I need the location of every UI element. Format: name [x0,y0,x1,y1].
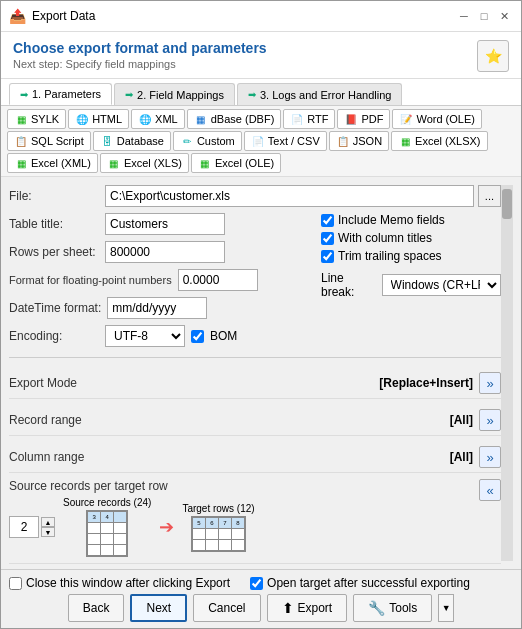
float-format-input[interactable] [178,269,258,291]
float-format-row: Format for floating-point numbers [9,269,313,291]
tab-arrow-2: ➡ [125,89,133,100]
bom-checkbox[interactable] [191,330,204,343]
cancel-button[interactable]: Cancel [193,594,260,622]
bottom-bar: Close this window after clicking Export … [1,569,521,628]
tgrid-h2: 6 [206,518,218,528]
tool-pdf[interactable]: 📕 PDF [337,109,390,129]
sql-icon: 📋 [14,134,28,148]
tool-xml[interactable]: 🌐 XML [131,109,185,129]
tgrid-r2c3 [219,540,231,550]
rtf-icon: 📄 [290,112,304,126]
back-button[interactable]: Back [68,594,125,622]
left-column: Table title: Rows per sheet: Format for … [9,213,313,347]
trim-trailing-checkbox[interactable] [321,250,334,263]
tab-label-2: 2. Field Mappings [137,89,224,101]
record-range-expand-button[interactable]: » [479,409,501,431]
grid-cell-h3 [114,512,126,522]
include-memo-checkbox[interactable] [321,214,334,227]
tabs-bar: ➡ 1. Parameters ➡ 2. Field Mappings ➡ 3.… [1,79,521,106]
source-target-header: Source records per target row [9,479,255,493]
tool-excel-xls[interactable]: ▦ Excel (XLS) [100,153,189,173]
export-button[interactable]: ⬆ Export [267,594,348,622]
tools-dropdown-arrow[interactable]: ▼ [438,594,454,622]
spinner-arrows: ▲ ▼ [41,517,55,537]
table-title-label: Table title: [9,217,99,231]
tool-excel-ole[interactable]: ▦ Excel (OLE) [191,153,281,173]
sylk-label: SYLK [31,113,59,125]
minimize-button[interactable]: ─ [455,7,473,25]
tool-html[interactable]: 🌐 HTML [68,109,129,129]
toolbar: ▦ SYLK 🌐 HTML 🌐 XML ▦ dBase (DBF) 📄 RTF … [1,106,521,177]
custom-icon: ✏ [180,134,194,148]
sql-label: SQL Script [31,135,84,147]
close-after-export-checkbox[interactable] [9,577,22,590]
title-bar: 📤 Export Data ─ □ ✕ [1,1,521,32]
tool-excel-xlsx[interactable]: ▦ Excel (XLSX) [391,131,487,151]
source-target-section: Source records per target row ▲ ▼ [9,479,501,564]
open-target-row: Open target after successful exporting [250,576,470,590]
tab-field-mappings[interactable]: ➡ 2. Field Mappings [114,83,235,105]
grid-cell-r2c1 [88,534,100,544]
spinner-up-button[interactable]: ▲ [41,517,55,527]
next-button[interactable]: Next [130,594,187,622]
tool-text-csv[interactable]: 📄 Text / CSV [244,131,327,151]
dbase-label: dBase (DBF) [211,113,275,125]
tool-dbase[interactable]: ▦ dBase (DBF) [187,109,282,129]
tab-parameters[interactable]: ➡ 1. Parameters [9,83,112,105]
tool-excel-xml[interactable]: ▦ Excel (XML) [7,153,98,173]
tool-custom[interactable]: ✏ Custom [173,131,242,151]
source-target-collapse-button[interactable]: « [479,479,501,501]
maximize-button[interactable]: □ [475,7,493,25]
sylk-icon: ▦ [14,112,28,126]
pdf-label: PDF [361,113,383,125]
spinner-input[interactable] [9,516,39,538]
close-button[interactable]: ✕ [495,7,513,25]
encoding-select[interactable]: UTF-8 UTF-16 ASCII [105,325,185,347]
cancel-label: Cancel [208,601,245,615]
custom-label: Custom [197,135,235,147]
tool-sylk[interactable]: ▦ SYLK [7,109,66,129]
export-mode-expand-button[interactable]: » [479,372,501,394]
grid-cell-r2c3 [114,534,126,544]
next-label: Next [146,601,171,615]
file-input[interactable] [105,185,474,207]
linebreak-label: Line break: [321,271,376,299]
tab-logs[interactable]: ➡ 3. Logs and Error Handling [237,83,402,105]
browse-button[interactable]: ... [478,185,501,207]
json-label: JSON [353,135,382,147]
scrollbar[interactable] [501,185,513,561]
tgrid-r1c3 [219,529,231,539]
datetime-input[interactable] [107,297,207,319]
column-range-expand-button[interactable]: » [479,446,501,468]
grid-cell-r2c2 [101,534,113,544]
linebreak-select[interactable]: Windows (CR+LF) Unix (LF) Mac (CR) [382,274,501,296]
window: 📤 Export Data ─ □ ✕ Choose export format… [0,0,522,629]
source-label: Source records (24) [63,497,151,508]
tgrid-r2c2 [206,540,218,550]
rows-per-sheet-input[interactable] [105,241,225,263]
target-grid-container: Target rows (12) 5 6 7 8 [182,503,254,552]
column-titles-checkbox[interactable] [321,232,334,245]
excel-xls-label: Excel (XLS) [124,157,182,169]
spinner-down-button[interactable]: ▼ [41,527,55,537]
tgrid-h4: 8 [232,518,244,528]
content-area: File: ... Table title: Rows per shee [1,177,521,569]
grid-cell-h1: 3 [88,512,100,522]
scrollbar-thumb [502,189,512,219]
rows-per-sheet-row: Rows per sheet: [9,241,313,263]
tool-word[interactable]: 📝 Word (OLE) [392,109,481,129]
tool-database[interactable]: 🗄 Database [93,131,171,151]
tool-rtf[interactable]: 📄 RTF [283,109,335,129]
file-label: File: [9,189,99,203]
divider-1 [9,357,501,358]
record-range-label: Record range [9,413,82,427]
column-range-label: Column range [9,450,84,464]
record-range-value: [All] [450,413,473,427]
tool-json[interactable]: 📋 JSON [329,131,389,151]
tools-button[interactable]: 🔧 Tools [353,594,432,622]
text-csv-icon: 📄 [251,134,265,148]
favorites-button[interactable]: ⭐ [477,40,509,72]
table-title-input[interactable] [105,213,225,235]
open-target-checkbox[interactable] [250,577,263,590]
tool-sql[interactable]: 📋 SQL Script [7,131,91,151]
